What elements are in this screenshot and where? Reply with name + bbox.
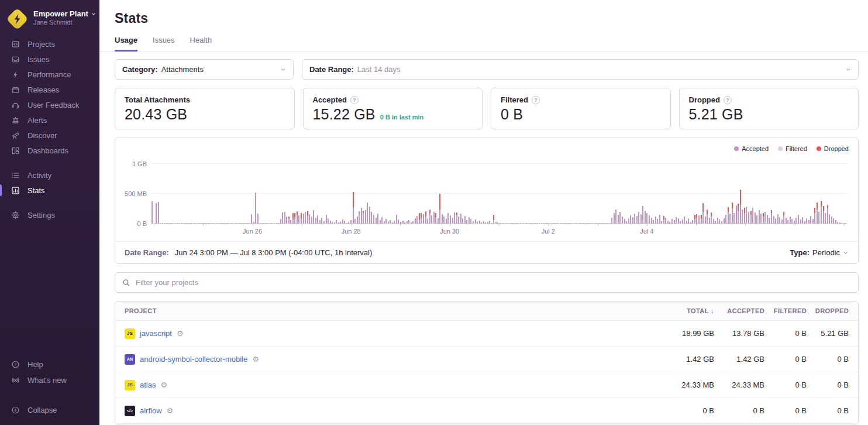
chart-bar xyxy=(773,216,774,224)
bar-accepted-segment xyxy=(755,212,756,224)
legend-item-accepted[interactable]: Accepted xyxy=(734,145,769,152)
bar-accepted-segment xyxy=(377,214,378,224)
bar-accepted-segment xyxy=(311,217,312,224)
chart-bar xyxy=(640,214,642,224)
sidebar-item-stats[interactable]: Stats xyxy=(0,183,99,198)
project-link[interactable]: javascript xyxy=(140,329,172,338)
legend-item-dropped[interactable]: Dropped xyxy=(817,145,849,152)
bar-accepted-segment xyxy=(786,218,787,224)
cell-accepted: 1.42 GB xyxy=(714,355,764,364)
svg-text:?: ? xyxy=(15,362,17,366)
cell-total: 18.99 GB xyxy=(658,329,714,338)
sidebar-item-performance[interactable]: Performance xyxy=(0,67,99,82)
x-axis-tick xyxy=(548,224,549,226)
bar-accepted-segment xyxy=(622,217,623,224)
chart-bar xyxy=(831,217,832,224)
sidebar-item-dashboards[interactable]: Dashboards xyxy=(0,143,99,158)
bar-accepted-segment xyxy=(636,216,638,224)
sidebar-item-label: Collapse xyxy=(27,406,57,414)
help-icon[interactable]: ? xyxy=(350,96,359,104)
chart-bar xyxy=(682,220,683,224)
bar-accepted-segment xyxy=(353,207,354,224)
category-dropdown[interactable]: Category: Attachments xyxy=(115,59,294,80)
sidebar-item-settings[interactable]: Settings xyxy=(0,207,99,222)
sidebar-item-discover[interactable]: Discover xyxy=(0,128,99,143)
sidebar-item-projects[interactable]: Projects xyxy=(0,36,99,52)
sidebar-item-alerts[interactable]: Alerts xyxy=(0,112,99,128)
bar-accepted-segment xyxy=(702,212,704,224)
org-switcher[interactable]: Empower Plant Jane Schmidt xyxy=(0,0,99,27)
bar-accepted-segment xyxy=(767,215,768,224)
chart-bar xyxy=(705,217,706,224)
sidebar-item-issues[interactable]: Issues xyxy=(0,52,99,67)
bar-accepted-segment xyxy=(371,212,372,224)
column-header-accepted[interactable]: ACCEPTED xyxy=(714,307,764,314)
bar-accepted-segment xyxy=(818,212,819,224)
chart-bar xyxy=(416,216,418,224)
chart-type-dropdown[interactable]: Type: Periodic xyxy=(790,248,849,257)
project-link[interactable]: atlas xyxy=(140,381,156,389)
chart-bar xyxy=(294,213,295,224)
bar-accepted-segment xyxy=(359,211,360,224)
tab-health[interactable]: Health xyxy=(190,36,212,52)
sidebar-item-user-feedback[interactable]: User Feedback xyxy=(0,97,99,112)
chart-bar xyxy=(470,219,471,224)
sidebar-item-label: Discover xyxy=(27,131,57,140)
chart-bar xyxy=(309,214,310,224)
chart-bar xyxy=(638,212,639,224)
project-settings-icon[interactable]: ⚙ xyxy=(160,381,167,389)
chart-bar xyxy=(376,218,377,224)
sidebar-item-label: Alerts xyxy=(27,116,47,125)
bar-accepted-segment xyxy=(688,218,689,224)
cell-accepted: 0 B xyxy=(714,406,764,415)
column-header-project[interactable]: PROJECT xyxy=(125,307,658,314)
sidebar-item-releases[interactable]: Releases xyxy=(0,82,99,97)
bar-accepted-segment xyxy=(435,217,436,224)
project-settings-icon[interactable]: ⚙ xyxy=(252,355,259,363)
bar-accepted-segment xyxy=(630,215,631,224)
bar-accepted-segment xyxy=(158,202,159,224)
chart-bar xyxy=(659,215,660,224)
project-settings-icon[interactable]: ⚙ xyxy=(177,330,184,337)
project-link[interactable]: android-symbol-collector-mobile xyxy=(140,355,247,364)
bar-accepted-segment xyxy=(682,220,683,224)
column-header-total[interactable]: TOTAL ↓ xyxy=(658,307,714,314)
sidebar-item-collapse[interactable]: Collapse xyxy=(0,402,99,418)
cell-filtered: 0 B xyxy=(764,406,807,415)
legend-item-filtered[interactable]: Filtered xyxy=(778,145,807,152)
chart-bar xyxy=(733,213,735,224)
chart-bar xyxy=(779,217,780,224)
project-filter-input[interactable] xyxy=(136,278,851,287)
chart-bar xyxy=(775,218,776,224)
bar-accepted-segment xyxy=(742,210,743,224)
column-header-dropped[interactable]: DROPPED xyxy=(807,307,849,314)
bar-accepted-segment xyxy=(640,214,642,224)
bar-accepted-segment xyxy=(614,213,615,224)
project-link[interactable]: airflow xyxy=(140,406,162,415)
column-header-filtered[interactable]: FILTERED xyxy=(764,307,807,314)
bar-accepted-segment xyxy=(446,219,447,224)
bar-accepted-segment xyxy=(288,218,290,224)
bar-accepted-segment xyxy=(257,214,259,224)
tab-usage[interactable]: Usage xyxy=(115,36,137,52)
stat-card-title: Filtered xyxy=(501,95,528,104)
sidebar-item-activity[interactable]: Activity xyxy=(0,167,99,183)
sidebar-item-whats-new[interactable]: What's new xyxy=(0,372,99,388)
sidebar: Empower Plant Jane Schmidt ProjectsIssue… xyxy=(0,0,99,425)
bar-dropped-segment xyxy=(294,213,295,217)
help-icon[interactable]: ? xyxy=(724,96,732,104)
usage-chart: 1 GB500 MB0 B xyxy=(151,155,848,224)
help-icon[interactable]: ? xyxy=(532,96,540,104)
bar-dropped-segment xyxy=(439,194,440,210)
tab-issues[interactable]: Issues xyxy=(153,36,175,52)
date-range-dropdown[interactable]: Date Range: Last 14 days xyxy=(302,59,859,80)
whats-new-icon xyxy=(11,376,20,385)
chart-bar xyxy=(458,217,459,224)
sidebar-item-help[interactable]: ?Help xyxy=(0,357,99,372)
bar-accepted-segment xyxy=(752,208,753,224)
chart-bar xyxy=(357,217,358,224)
bar-dropped-segment xyxy=(493,215,494,220)
chart-bar xyxy=(800,220,801,224)
project-settings-icon[interactable]: ⚙ xyxy=(167,407,174,414)
bar-dropped-segment xyxy=(771,210,772,213)
